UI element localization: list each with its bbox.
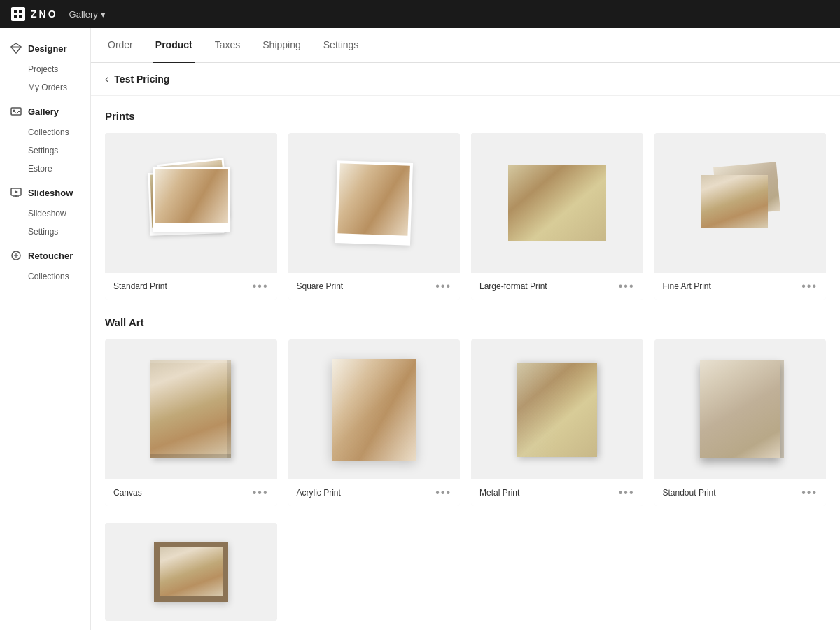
bottom-products-row: [105, 523, 826, 621]
wall-art-section-title: Wall Art: [105, 316, 826, 328]
sidebar-section-retoucher: Retoucher Collections: [0, 244, 90, 286]
product-card-fine-art-print: Fine Art Print •••: [654, 133, 827, 300]
square-print-menu[interactable]: •••: [435, 280, 451, 293]
svg-rect-6: [11, 108, 21, 115]
acrylic-print-menu[interactable]: •••: [435, 486, 451, 499]
product-card-large-format-print: Large-format Print •••: [471, 133, 643, 300]
square-print-footer: Square Print •••: [288, 273, 461, 300]
svg-rect-2: [14, 15, 18, 18]
breadcrumb: ‹ Test Pricing: [91, 63, 840, 96]
tab-taxes[interactable]: Taxes: [212, 28, 244, 63]
metal-print-image: [471, 340, 643, 479]
sidebar-item-my-orders[interactable]: My Orders: [0, 78, 90, 97]
retoucher-icon: [10, 249, 22, 262]
canvas-footer: Canvas •••: [105, 479, 277, 506]
product-card-square-print: Square Print •••: [288, 133, 461, 300]
standout-print-footer: Standout Print •••: [654, 479, 827, 506]
topbar: ZNO Gallery ▾: [0, 0, 840, 28]
sidebar-slideshow-label: Slideshow: [28, 188, 73, 198]
sidebar-item-retoucher-collections[interactable]: Collections: [0, 267, 90, 286]
product-card-canvas: Canvas •••: [105, 340, 277, 506]
metal-print-footer: Metal Print •••: [471, 479, 643, 506]
standout-print-name: Standout Print: [663, 488, 716, 498]
square-print-image: [288, 133, 461, 273]
sidebar-item-settings[interactable]: Settings: [0, 141, 90, 160]
sidebar-designer-label: Designer: [28, 43, 67, 54]
svg-marker-4: [11, 43, 21, 53]
brand-name: ZNO: [31, 8, 58, 20]
product-card-standard-print: Standard Print •••: [105, 133, 277, 300]
standout-print-menu[interactable]: •••: [802, 486, 818, 499]
metal-print-menu[interactable]: •••: [619, 486, 635, 499]
sidebar-item-estore[interactable]: Estore: [0, 160, 90, 178]
tab-settings[interactable]: Settings: [321, 28, 362, 63]
tab-order[interactable]: Order: [105, 28, 136, 63]
canvas-menu[interactable]: •••: [253, 486, 269, 499]
sidebar-item-slideshow-sub[interactable]: Slideshow: [0, 204, 90, 223]
standard-print-menu[interactable]: •••: [253, 280, 269, 293]
svg-rect-0: [14, 10, 18, 13]
wall-art-grid: Canvas ••• Acr: [105, 340, 826, 506]
canvas-image: [105, 340, 277, 479]
sidebar-item-designer[interactable]: Designer: [0, 36, 90, 60]
fine-art-print-footer: Fine Art Print •••: [654, 273, 827, 300]
slideshow-icon: [10, 186, 22, 199]
sidebar-retoucher-label: Retoucher: [28, 251, 73, 261]
main-content: Order Product Taxes Shipping Settings ‹ …: [91, 28, 840, 630]
prints-grid: Standard Print ••• Square Print: [105, 133, 826, 300]
sidebar: Designer Projects My Orders Gallery Coll…: [0, 28, 91, 630]
fine-art-print-name: Fine Art Print: [663, 281, 711, 291]
standard-print-footer: Standard Print •••: [105, 273, 277, 300]
product-content: Prints: [91, 96, 840, 630]
sidebar-item-projects[interactable]: Projects: [0, 60, 90, 78]
product-card-standout-print: Standout Print •••: [654, 340, 827, 506]
framed-print-image: [105, 523, 277, 621]
gallery-menu[interactable]: Gallery ▾: [69, 9, 106, 20]
sidebar-item-slideshow-settings[interactable]: Settings: [0, 223, 90, 241]
back-button[interactable]: ‹: [105, 73, 108, 85]
product-card-framed-print: [105, 523, 277, 621]
prints-section-title: Prints: [105, 110, 826, 122]
breadcrumb-title: Test Pricing: [114, 74, 169, 85]
sidebar-item-gallery[interactable]: Gallery: [0, 99, 90, 123]
svg-rect-3: [19, 15, 22, 18]
sidebar-item-collections[interactable]: Collections: [0, 123, 90, 141]
tab-bar: Order Product Taxes Shipping Settings: [91, 28, 840, 63]
square-print-name: Square Print: [297, 281, 344, 291]
large-format-print-image: [471, 133, 643, 273]
standard-print-name: Standard Print: [113, 281, 167, 291]
sidebar-item-slideshow[interactable]: Slideshow: [0, 181, 90, 204]
canvas-name: Canvas: [113, 488, 142, 498]
sidebar-section-gallery: Gallery Collections Settings Estore: [0, 99, 90, 178]
large-format-print-name: Large-format Print: [479, 281, 547, 291]
fine-art-print-image: [654, 133, 827, 273]
acrylic-print-image: [288, 340, 461, 479]
large-format-print-menu[interactable]: •••: [619, 280, 635, 293]
sidebar-item-retoucher[interactable]: Retoucher: [0, 244, 90, 267]
tab-shipping[interactable]: Shipping: [260, 28, 304, 63]
gallery-label: Gallery: [69, 9, 98, 20]
chevron-down-icon: ▾: [101, 9, 106, 20]
large-format-print-footer: Large-format Print •••: [471, 273, 643, 300]
tab-product[interactable]: Product: [153, 28, 195, 63]
sidebar-section-designer: Designer Projects My Orders: [0, 36, 90, 97]
standout-print-image: [654, 340, 827, 479]
fine-art-print-menu[interactable]: •••: [802, 280, 818, 293]
sidebar-gallery-label: Gallery: [28, 106, 59, 117]
logo-icon: [11, 7, 25, 21]
main-layout: Designer Projects My Orders Gallery Coll…: [0, 28, 840, 630]
standard-print-image: [105, 133, 277, 273]
metal-print-name: Metal Print: [479, 488, 519, 498]
svg-marker-11: [15, 190, 18, 193]
acrylic-print-footer: Acrylic Print •••: [288, 479, 461, 506]
acrylic-print-name: Acrylic Print: [297, 488, 341, 498]
gallery-icon: [10, 105, 22, 118]
product-card-acrylic-print: Acrylic Print •••: [288, 340, 461, 506]
diamond-icon: [10, 42, 22, 55]
sidebar-section-slideshow: Slideshow Slideshow Settings: [0, 181, 90, 241]
logo-area: ZNO: [11, 7, 58, 21]
svg-rect-1: [19, 10, 22, 13]
product-card-metal-print: Metal Print •••: [471, 340, 643, 506]
